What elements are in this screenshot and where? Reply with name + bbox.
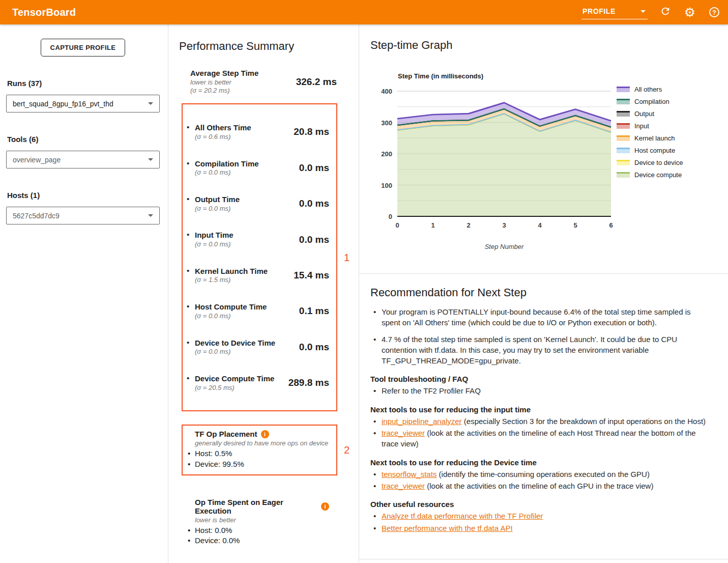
- info-icon[interactable]: [261, 430, 269, 438]
- breakdown-metric-name: All Others Time: [195, 123, 294, 133]
- hosts-select[interactable]: 5627c5dd7dc9: [6, 207, 160, 224]
- chevron-down-icon: [148, 214, 153, 217]
- legend-swatch-kernel-launch: [617, 135, 630, 141]
- eager-execution-title: Op Time Spent on Eager Execution: [195, 498, 317, 515]
- breakdown-metric-sigma: (σ = 0.0 ms): [195, 168, 299, 177]
- rec-link[interactable]: Better performance with the tf.data API: [382, 524, 513, 532]
- svg-text:1: 1: [431, 221, 434, 229]
- settings-button[interactable]: ⚙: [683, 6, 696, 19]
- capture-profile-button[interactable]: CAPTURE PROFILE: [41, 39, 126, 57]
- breakdown-metric-name: Kernel Launch Time: [195, 266, 294, 276]
- breakdown-metric-name: Input Time: [195, 230, 299, 240]
- breakdown-row: •Kernel Launch Time(σ = 1.5 ms)15.4 ms: [187, 266, 329, 285]
- refresh-button[interactable]: [659, 6, 672, 19]
- legend-item: All others: [617, 86, 683, 93]
- sidebar: CAPTURE PROFILE Runs (37) bert_squad_8gp…: [0, 24, 168, 563]
- rec-link[interactable]: trace_viewer: [382, 429, 425, 437]
- tools-select-value: overview_page: [13, 156, 61, 164]
- rec-link[interactable]: trace_viewer: [382, 482, 425, 490]
- average-step-time-row: Average Step Time lower is better (σ = 2…: [190, 68, 337, 95]
- step-time-graph-title: Step-time Graph: [370, 39, 728, 52]
- legend-label: Compilation: [634, 98, 669, 105]
- performance-summary-panel: Performance Summary Average Step Time lo…: [168, 24, 359, 563]
- tf-op-placement-title: TF Op Placement: [195, 430, 257, 438]
- breakdown-metric-value: 0.0 ms: [299, 162, 329, 174]
- legend-swatch-input: [617, 123, 630, 129]
- bullet-icon: •: [187, 230, 195, 239]
- eager-execution-list: Host: 0.0%Device: 0.0%: [187, 525, 329, 546]
- bullet-icon: •: [187, 123, 195, 131]
- app-header: TensorBoard PROFILE ⚙ ?: [0, 0, 728, 24]
- legend-swatch-output: [617, 111, 630, 117]
- svg-text:0: 0: [395, 221, 399, 229]
- legend-item: Compilation: [617, 98, 683, 105]
- bullet-icon: •: [187, 302, 195, 311]
- breakdown-metric-sigma: (σ = 0.0 ms): [195, 348, 299, 356]
- svg-text:300: 300: [381, 119, 392, 127]
- bullet-icon: •: [187, 374, 195, 382]
- legend-item: Kernel launch: [617, 134, 683, 142]
- bullet-icon: •: [187, 338, 195, 347]
- chevron-down-icon: [640, 10, 646, 13]
- eager-execution-note: lower is better: [195, 516, 329, 524]
- recommendation-item: tensorflow_stats (identify the time-cons…: [370, 469, 708, 480]
- stacked-area-chart[interactable]: 01002003004000123456: [374, 86, 614, 239]
- legend-label: Kernel launch: [634, 134, 675, 142]
- breakdown-metric-name: Device Compute Time: [195, 374, 288, 384]
- breakdown-metric-value: 0.0 ms: [299, 198, 329, 209]
- breakdown-metric-value: 0.0 ms: [299, 234, 329, 245]
- sidebar-section-hosts: Hosts (1) 5627c5dd7dc9: [6, 191, 160, 224]
- recommendation-item: Analyze tf.data performance with the TF …: [370, 511, 708, 521]
- list-item: Host: 0.5%: [187, 448, 329, 459]
- breakdown-metric-sigma: (σ = 20.5 ms): [195, 384, 288, 392]
- breakdown-metric-value: 0.0 ms: [299, 342, 329, 353]
- gear-icon: ⚙: [684, 6, 695, 19]
- runs-label: Runs (37): [7, 79, 160, 88]
- average-step-time-value: 326.2 ms: [296, 76, 337, 88]
- legend-swatch-device-to-device: [617, 160, 630, 165]
- legend-item: Device compute: [617, 171, 683, 179]
- help-button[interactable]: ?: [708, 6, 721, 19]
- recommendation-section-list: tensorflow_stats (identify the time-cons…: [370, 469, 708, 492]
- breakdown-metric-sigma: (σ = 0.0 ms): [195, 240, 299, 249]
- dashboard-select-value: PROFILE: [583, 7, 616, 15]
- sidebar-section-tools: Tools (6) overview_page: [6, 135, 160, 168]
- recommendation-section-heading: Tool troubleshooting / FAQ: [370, 375, 708, 383]
- app-title: TensorBoard: [12, 7, 76, 18]
- chevron-down-icon: [148, 158, 153, 161]
- breakdown-metric-name: Output Time: [195, 194, 299, 205]
- breakdown-metric-name: Compilation Time: [195, 159, 299, 169]
- runs-select[interactable]: bert_squad_8gpu_fp16_pvt_thd: [6, 95, 160, 112]
- recommendation-section-heading: Next tools to use for reducing the Devic…: [370, 458, 708, 467]
- breakdown-row-label: Host Compute Time(σ = 0.0 ms): [195, 302, 299, 320]
- step-time-chart: Step Time (in milliseconds) 010020030040…: [374, 72, 728, 250]
- info-icon[interactable]: [321, 502, 329, 511]
- breakdown-row: •Host Compute Time(σ = 0.0 ms)0.1 ms: [187, 302, 329, 320]
- breakdown-metric-value: 15.4 ms: [294, 270, 329, 281]
- legend-label: Host compute: [634, 147, 675, 154]
- chart-legend: All othersCompilationOutputInputKernel l…: [617, 86, 683, 183]
- breakdown-row: •Input Time(σ = 0.0 ms)0.0 ms: [187, 230, 329, 248]
- legend-label: Device compute: [634, 171, 682, 179]
- rec-link[interactable]: input_pipeline_analyzer: [382, 417, 462, 426]
- tools-select[interactable]: overview_page: [6, 151, 160, 168]
- recommendation-item: trace_viewer (look at the activities on …: [370, 481, 708, 491]
- annotation-1: 1: [344, 251, 350, 263]
- legend-label: Input: [634, 122, 649, 130]
- recommendation-item: Refer to the TF2 Profiler FAQ: [370, 385, 708, 396]
- right-panel: Step-time Graph Step Time (in millisecon…: [359, 24, 728, 563]
- performance-summary-title: Performance Summary: [179, 40, 359, 53]
- breakdown-metric-name: Host Compute Time: [195, 302, 299, 312]
- svg-text:400: 400: [381, 88, 392, 95]
- rec-link[interactable]: Analyze tf.data performance with the TF …: [382, 512, 543, 520]
- list-item: Device: 0.0%: [187, 536, 329, 546]
- eager-execution-block: Op Time Spent on Eager Execution lower i…: [182, 493, 337, 552]
- svg-text:200: 200: [381, 150, 392, 158]
- hosts-label: Hosts (1): [7, 191, 160, 200]
- legend-item: Host compute: [617, 147, 683, 154]
- breakdown-row: •Output Time(σ = 0.0 ms)0.0 ms: [187, 194, 329, 213]
- svg-text:0: 0: [389, 213, 392, 220]
- rec-link[interactable]: tensorflow_stats: [382, 470, 436, 478]
- dashboard-select[interactable]: PROFILE: [581, 5, 648, 19]
- tf-op-placement-note: generally desired to have more ops on de…: [195, 439, 329, 447]
